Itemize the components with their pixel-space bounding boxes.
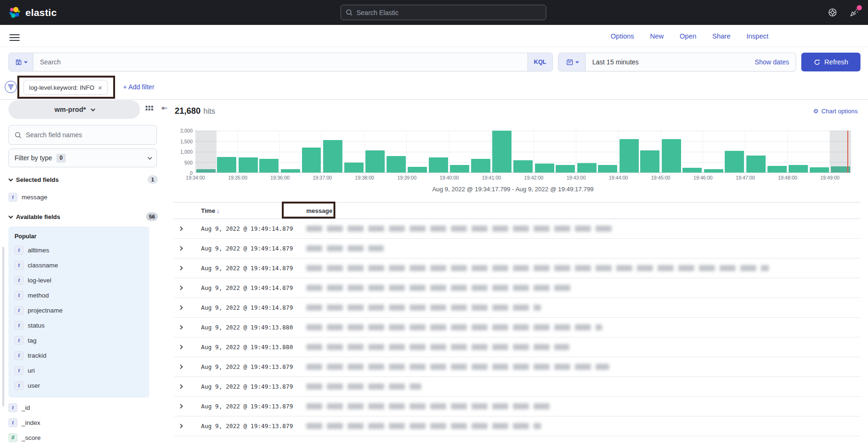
- histogram-bar[interactable]: [513, 160, 533, 172]
- histogram-bar[interactable]: [746, 156, 766, 172]
- histogram-bar[interactable]: [281, 169, 300, 172]
- field-item-_id[interactable]: t_id: [8, 400, 158, 415]
- toolbar-action-inspect[interactable]: Inspect: [746, 32, 768, 40]
- expand-row-icon[interactable]: [178, 305, 183, 310]
- histogram-bucket[interactable]: [237, 131, 259, 172]
- field-item-message[interactable]: tmessage: [8, 189, 158, 204]
- message-column-header[interactable]: message: [293, 207, 860, 214]
- histogram-bar[interactable]: [725, 151, 744, 172]
- available-fields-header[interactable]: Available fields 56: [8, 212, 158, 221]
- histogram-bar[interactable]: [789, 165, 808, 172]
- histogram-bucket[interactable]: [491, 131, 513, 172]
- field-item-classname[interactable]: tclassname: [15, 258, 149, 273]
- saved-query-menu-button[interactable]: [9, 53, 33, 71]
- histogram-bucket[interactable]: [279, 131, 301, 172]
- field-item-projectname[interactable]: tprojectname: [15, 303, 149, 318]
- histogram-bar[interactable]: [323, 140, 342, 172]
- chart-plot-area[interactable]: [195, 131, 851, 173]
- histogram-bar[interactable]: [471, 159, 490, 172]
- field-item-log-level[interactable]: tlog-level: [15, 273, 149, 288]
- histogram-bar[interactable]: [408, 167, 427, 172]
- histogram-bucket[interactable]: [301, 131, 322, 172]
- histogram-bucket[interactable]: [809, 131, 830, 172]
- expand-row-icon[interactable]: [178, 345, 183, 350]
- filter-by-type-select[interactable]: Filter by type 0: [8, 149, 157, 167]
- date-picker[interactable]: Last 15 minutes Show dates: [558, 53, 796, 71]
- histogram-bar[interactable]: [302, 148, 321, 172]
- global-search-input[interactable]: Search Elastic: [341, 5, 546, 20]
- histogram-bucket[interactable]: [195, 131, 217, 172]
- time-column-header[interactable]: Time↓: [187, 207, 293, 214]
- histogram-bucket[interactable]: [259, 131, 280, 172]
- help-icon[interactable]: [827, 7, 838, 18]
- histogram-bucket[interactable]: [343, 131, 364, 172]
- histogram-bar[interactable]: [620, 139, 639, 172]
- sidebar-scrollbar[interactable]: [2, 247, 4, 407]
- histogram-bar[interactable]: [640, 150, 659, 172]
- histogram-bar[interactable]: [217, 157, 236, 172]
- sort-descending-icon[interactable]: ↓: [217, 207, 220, 214]
- kql-search-input[interactable]: Search KQL: [8, 53, 553, 71]
- field-item-_index[interactable]: t_index: [8, 415, 158, 430]
- histogram-bucket[interactable]: [555, 131, 576, 172]
- expand-row-icon[interactable]: [178, 286, 183, 290]
- date-quick-select-button[interactable]: [558, 53, 586, 71]
- histogram-bucket[interactable]: [470, 131, 491, 172]
- histogram-bucket[interactable]: [428, 131, 449, 172]
- histogram-bucket[interactable]: [787, 131, 809, 172]
- expand-row-icon[interactable]: [178, 266, 183, 271]
- histogram-bar[interactable]: [450, 165, 469, 172]
- histogram-bar[interactable]: [598, 165, 617, 172]
- histogram-bar[interactable]: [259, 159, 279, 172]
- toolbar-action-share[interactable]: Share: [713, 32, 731, 40]
- expand-row-icon[interactable]: [178, 227, 183, 231]
- close-icon[interactable]: ×: [98, 84, 102, 92]
- histogram-bucket[interactable]: [703, 131, 724, 172]
- field-item-alltimes[interactable]: talltimes: [15, 243, 149, 258]
- histogram-bucket[interactable]: [534, 131, 555, 172]
- chart-options-button[interactable]: ⚙ Chart options: [813, 108, 858, 115]
- expand-row-icon[interactable]: [178, 365, 183, 369]
- field-settings-icon[interactable]: [146, 106, 153, 110]
- field-item-method[interactable]: tmethod: [15, 288, 149, 303]
- histogram-bar[interactable]: [810, 167, 829, 172]
- toolbar-action-open[interactable]: Open: [680, 32, 696, 40]
- field-item-user[interactable]: tuser: [15, 378, 149, 393]
- histogram-bucket[interactable]: [660, 131, 682, 172]
- collapse-sidebar-icon[interactable]: ⇤: [162, 104, 168, 112]
- refresh-button[interactable]: Refresh: [801, 53, 860, 71]
- histogram-bucket[interactable]: [639, 131, 660, 172]
- histogram-bar[interactable]: [704, 169, 723, 172]
- expand-row-icon[interactable]: [178, 325, 183, 330]
- show-dates-button[interactable]: Show dates: [755, 58, 796, 66]
- news-party-icon[interactable]: [848, 7, 860, 18]
- time-range-value[interactable]: Last 15 minutes: [586, 58, 755, 66]
- histogram-bucket[interactable]: [745, 131, 767, 172]
- filter-settings-icon[interactable]: [5, 81, 17, 93]
- histogram-bar[interactable]: [365, 150, 385, 172]
- toolbar-action-new[interactable]: New: [650, 32, 664, 40]
- histogram-bar[interactable]: [682, 168, 702, 172]
- histogram-bucket[interactable]: [406, 131, 428, 172]
- histogram-bar[interactable]: [535, 164, 554, 172]
- expand-row-icon[interactable]: [178, 384, 183, 389]
- selected-fields-header[interactable]: Selected fields 1: [8, 175, 158, 184]
- histogram-bar[interactable]: [387, 156, 406, 172]
- filter-pill[interactable]: log-level.keyword: INFO ×: [23, 80, 108, 95]
- histogram-bar[interactable]: [239, 157, 258, 172]
- histogram-bucket[interactable]: [512, 131, 534, 172]
- histogram-bucket[interactable]: [449, 131, 471, 172]
- expand-row-icon[interactable]: [178, 424, 183, 429]
- toolbar-action-options[interactable]: Options: [611, 32, 634, 40]
- add-filter-button[interactable]: + Add filter: [123, 83, 155, 91]
- histogram-bar[interactable]: [429, 157, 448, 172]
- histogram-bucket[interactable]: [724, 131, 745, 172]
- expand-row-icon[interactable]: [178, 246, 183, 251]
- field-item-trackid[interactable]: ttrackid: [15, 348, 149, 363]
- histogram-bucket[interactable]: [322, 131, 343, 172]
- elastic-brand[interactable]: elastic: [8, 7, 57, 19]
- histogram-bar[interactable]: [556, 165, 575, 172]
- histogram-bucket[interactable]: [576, 131, 597, 172]
- kql-language-button[interactable]: KQL: [527, 53, 552, 71]
- field-item-tag[interactable]: ttag: [15, 333, 149, 348]
